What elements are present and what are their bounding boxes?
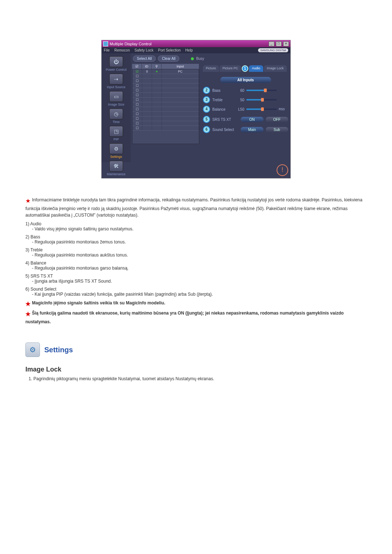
table-row[interactable]: ☐ (132, 74, 199, 79)
row-input (162, 112, 199, 116)
row-checkbox[interactable]: ☐ (132, 79, 142, 83)
col-id: ID (142, 64, 152, 69)
srs-off-button[interactable]: OFF (266, 117, 289, 122)
row-input (162, 83, 199, 88)
gear-icon: ⚙ (25, 342, 40, 357)
table-row[interactable]: ☐ (132, 98, 199, 102)
bass-value: 60 (235, 89, 244, 93)
sidebar-label: Time (109, 120, 123, 124)
table-row[interactable]: ☐ (132, 116, 199, 121)
row-checkbox[interactable]: ☐ (132, 88, 142, 93)
balance-slider[interactable] (246, 108, 277, 110)
maximize-button[interactable]: □ (276, 41, 282, 46)
menu-remocon[interactable]: Remocon (114, 48, 130, 52)
power-icon: ⏻ (109, 56, 123, 67)
list-item: Pagrindinių piktogramų meniu spragtelėki… (33, 376, 367, 381)
all-inputs-button[interactable]: All Inputs (220, 77, 271, 83)
clear-all-button[interactable]: Clear All (158, 56, 179, 62)
busy-indicator-icon (191, 57, 194, 60)
sidebar-item-input[interactable]: ⇢ Input Source (107, 74, 125, 89)
sidebar-item-time[interactable]: ◷ Time (109, 108, 123, 124)
pip-icon: ◳ (109, 126, 123, 137)
row-checkbox[interactable]: ☐ (132, 74, 142, 78)
intro-text: Informaciniame tinklelyje nurodyta tam t… (25, 197, 362, 218)
row-id (142, 126, 152, 130)
sidebar-item-maintenance[interactable]: 🛠 Maintenance (107, 161, 126, 176)
row-status: ● (152, 69, 162, 74)
row-id (142, 88, 152, 93)
window-controls: _ □ × (268, 41, 289, 46)
row-checkbox[interactable]: ☐ (132, 93, 142, 97)
row-status (152, 121, 162, 126)
table-row[interactable]: ☐ (132, 79, 199, 83)
row-checkbox[interactable]: ☐ (132, 112, 142, 116)
wrench-icon: 🛠 (109, 161, 123, 172)
tab-picture[interactable]: Picture (203, 65, 219, 72)
table-row[interactable]: ☐ (132, 121, 199, 126)
row-checkbox[interactable]: ☐ (132, 126, 142, 130)
sidebar-label: Maintenance (107, 172, 126, 176)
row-input: PC (162, 69, 199, 74)
col-input: Input (162, 64, 199, 69)
balance-right: R50 (279, 107, 288, 111)
item-6-desc: - Kai įjungta PIP (vaizdas vaizde) funkc… (25, 292, 367, 297)
table-row[interactable]: ☐ (132, 107, 199, 112)
row-checkbox[interactable]: ☐ (132, 107, 142, 111)
table-row[interactable]: ☐ (132, 88, 199, 93)
table-row[interactable]: ☐ (132, 126, 199, 131)
row-input (162, 116, 199, 121)
table-row[interactable]: ☐ (132, 93, 199, 98)
tabs: Picture Picture PC 1 Audio Image Lock (203, 65, 288, 72)
col-check[interactable]: ☑ (132, 64, 142, 69)
input-icon: ⇢ (109, 74, 123, 85)
sidebar-item-power[interactable]: ⏻ Power Control (106, 56, 126, 71)
select-all-button[interactable]: Select All (133, 56, 156, 62)
minimize-button[interactable]: _ (269, 41, 274, 46)
table-row[interactable]: ☐ (132, 83, 199, 88)
row-checkbox[interactable]: ☐ (132, 121, 142, 126)
row-status (152, 102, 162, 107)
bass-slider[interactable] (246, 90, 277, 91)
clock-icon: ◷ (109, 108, 123, 119)
sound-sub-button[interactable]: Sub (266, 127, 289, 132)
bass-row: 2 Bass 60 (203, 87, 288, 94)
menu-safety-lock[interactable]: Safety Lock (135, 48, 154, 52)
srs-on-button[interactable]: ON (241, 117, 264, 122)
table-row[interactable]: ☑0●PC (132, 69, 199, 74)
srs-label: SRS TS XT (212, 118, 238, 122)
menu-file[interactable]: File (104, 48, 110, 52)
sidebar-item-pip[interactable]: ◳ PIP (109, 126, 123, 141)
treble-label: Treble (212, 98, 233, 102)
star-icon: ★ (25, 198, 30, 204)
sidebar: ⏻ Power Control ⇢ Input Source ▭ Image S… (102, 53, 131, 162)
table-row[interactable]: ☐ (132, 112, 199, 116)
item-1-title: 1) Audio (25, 221, 367, 226)
sidebar-item-size[interactable]: ▭ Image Size (108, 91, 124, 106)
row-status (152, 107, 162, 111)
sound-main-button[interactable]: Main (241, 127, 264, 132)
tab-picture-pc[interactable]: Picture PC (220, 65, 241, 72)
row-input (162, 74, 199, 78)
sidebar-item-settings[interactable]: ⚙ Settings (109, 143, 123, 159)
treble-slider[interactable] (246, 99, 277, 100)
tab-audio[interactable]: Audio (249, 65, 263, 72)
row-checkbox[interactable]: ☑ (132, 69, 142, 74)
row-status (152, 126, 162, 130)
close-button[interactable]: × (283, 41, 289, 46)
row-checkbox[interactable]: ☐ (132, 98, 142, 102)
row-checkbox[interactable]: ☐ (132, 102, 142, 107)
tab-image-lock[interactable]: Image Lock (264, 65, 287, 72)
srs-row: 5 SRS TS XT ON OFF (203, 116, 288, 123)
sidebar-label: Image Size (108, 103, 124, 106)
row-id (142, 102, 152, 107)
row-status (152, 98, 162, 102)
menu-port-selection[interactable]: Port Selection (158, 48, 181, 52)
row-checkbox[interactable]: ☐ (132, 83, 142, 88)
app-window: Multiple Display Control _ □ × File Remo… (101, 40, 291, 178)
row-checkbox[interactable]: ☐ (132, 116, 142, 121)
row-id (142, 74, 152, 78)
row-id (142, 112, 152, 116)
row-id (142, 116, 152, 121)
menu-help[interactable]: Help (185, 48, 193, 52)
table-row[interactable]: ☐ (132, 102, 199, 107)
